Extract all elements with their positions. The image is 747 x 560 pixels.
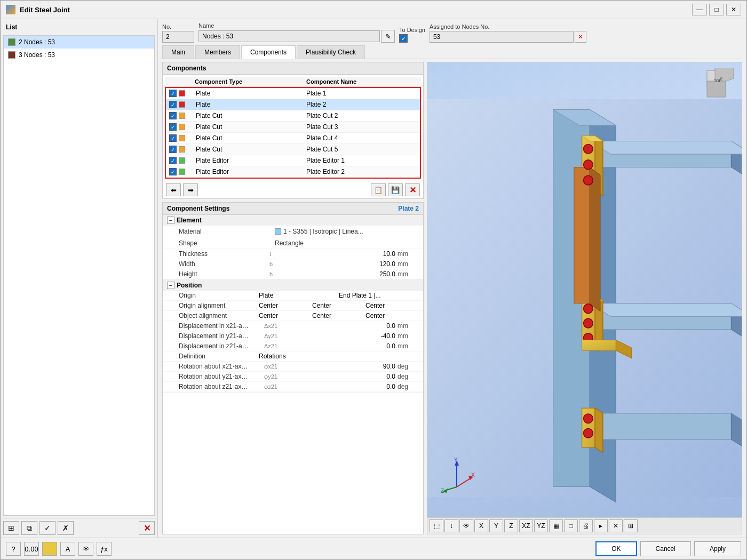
vp-arrow-button[interactable]: ▸ [594, 519, 608, 532]
zero-button[interactable]: 0.00 [24, 542, 39, 556]
vp-select-button[interactable]: ⬚ [430, 519, 443, 532]
component-row[interactable]: ✓ Plate Editor Plate Editor 1 [166, 155, 420, 166]
shape-value: Rectangle [275, 239, 419, 247]
component-row[interactable]: ✓ Plate Cut Plate Cut 2 [166, 110, 420, 122]
object-alignment-row: Object alignment Center Center Center [163, 311, 423, 321]
vp-z-button[interactable]: Z [504, 519, 518, 532]
width-unit: mm [398, 260, 419, 268]
list-item[interactable]: 2 Nodes : 53 [4, 36, 154, 49]
svg-line-40 [457, 478, 471, 487]
element-group-header[interactable]: − Element [163, 215, 423, 226]
component-row[interactable]: ✓ Plate Editor Plate Editor 2 [166, 166, 420, 178]
minimize-button[interactable]: — [692, 4, 707, 15]
vp-print-button[interactable]: 🖨 [579, 519, 593, 532]
check-list-button[interactable]: ✓ [39, 521, 55, 535]
component-type: Plate Cut [196, 134, 306, 142]
export-button[interactable]: 💾 [388, 183, 403, 196]
vp-plane-button[interactable]: ▦ [549, 519, 563, 532]
component-checkbox[interactable]: ✓ [169, 157, 177, 164]
cancel-button[interactable]: Cancel [640, 541, 691, 556]
position-group-header[interactable]: − Position [163, 280, 423, 291]
component-checkbox[interactable]: ✓ [169, 134, 177, 142]
component-row[interactable]: ✓ Plate Cut Plate Cut 5 [166, 144, 420, 155]
tab-members[interactable]: Members [195, 45, 240, 59]
vp-xz-button[interactable]: XZ [519, 519, 533, 532]
collapse-element-button[interactable]: − [167, 217, 174, 224]
close-button[interactable]: ✕ [726, 4, 741, 15]
apply-button[interactable]: Apply [694, 541, 741, 556]
origin-align-val3: Center [365, 302, 419, 309]
component-color [179, 124, 185, 130]
disp-x-row: Displacement in x21-a… Δx21 0.0 mm [163, 321, 423, 331]
disp-z-val: 0.0 [285, 342, 398, 350]
titlebar-controls: — □ ✕ [692, 4, 741, 15]
collapse-position-button[interactable]: − [167, 282, 174, 289]
help-button[interactable]: ? [6, 542, 21, 556]
eye-button[interactable]: 👁 [78, 542, 93, 556]
component-checkbox[interactable]: ✓ [169, 112, 177, 119]
view-cube-gizmo[interactable]: TOP R [704, 68, 736, 100]
vp-box-button[interactable]: □ [564, 519, 578, 532]
assigned-label: Assigned to Nodes No. [430, 23, 586, 30]
3d-viewport[interactable]: TOP R Y [427, 62, 742, 534]
vp-y-button[interactable]: Y [489, 519, 503, 532]
list-item[interactable]: 3 Nodes : 53 [4, 49, 154, 61]
vp-viewport-button[interactable]: ⊞ [624, 519, 638, 532]
shape-row: Shape Rectangle [163, 237, 423, 249]
ok-button[interactable]: OK [595, 541, 637, 556]
component-row[interactable]: ✓ Plate Plate 1 [166, 88, 420, 99]
component-checkbox[interactable]: ✓ [169, 123, 177, 131]
vp-move-button[interactable]: ↕ [444, 519, 458, 532]
thickness-label: Thickness [179, 250, 269, 258]
no-input[interactable] [162, 31, 194, 43]
width-row: Width b 120.0 mm [163, 259, 423, 269]
component-row[interactable]: ✓ Plate Cut Plate Cut 4 [166, 133, 420, 144]
vp-x-button[interactable]: X [474, 519, 488, 532]
name-input[interactable] [198, 30, 380, 42]
add-list-button[interactable]: ⊞ [3, 521, 19, 535]
content-area: Components Component Type Component Name [162, 62, 742, 534]
move-down-button[interactable]: ➡ [183, 183, 198, 196]
assigned-clear-button[interactable]: ✕ [575, 31, 586, 43]
tab-components[interactable]: Components [241, 45, 296, 59]
vp-yz-button[interactable]: YZ [534, 519, 548, 532]
app-icon [6, 5, 15, 14]
object-align-label: Object alignment [179, 312, 259, 319]
origin-align-label: Origin alignment [179, 302, 259, 309]
component-checkbox[interactable]: ✓ [169, 101, 177, 108]
disp-z-label: Displacement in z21-a… [179, 342, 264, 350]
to-design-checkbox[interactable]: ✓ [399, 34, 408, 43]
position-group-label: Position [177, 282, 202, 289]
component-checkbox[interactable]: ✓ [169, 168, 177, 175]
vp-norender-button[interactable]: ✕ [609, 519, 623, 532]
delete-component-button[interactable]: ✕ [405, 183, 420, 196]
components-list: ✓ Plate Plate 1 ✓ [165, 87, 421, 179]
import-button[interactable]: 📋 [371, 183, 386, 196]
assigned-input[interactable] [430, 31, 574, 43]
component-row[interactable]: ✓ Plate Cut Plate Cut 3 [166, 122, 420, 133]
uncheck-list-button[interactable]: ✗ [58, 521, 74, 535]
text-button[interactable]: A [60, 542, 75, 556]
height-value: 250.0 [285, 270, 398, 278]
component-name: Plate Cut 5 [306, 146, 417, 153]
svg-point-28 [584, 414, 593, 423]
copy-list-button[interactable]: ⧉ [21, 521, 37, 535]
name-edit-button[interactable]: ✎ [381, 30, 395, 43]
list-item-color [8, 51, 15, 59]
svg-marker-9 [590, 303, 742, 317]
rot-z-sym: φz21 [264, 383, 285, 390]
color-button[interactable] [42, 542, 57, 556]
tab-main[interactable]: Main [162, 45, 194, 59]
component-checkbox[interactable]: ✓ [169, 90, 177, 97]
tab-plausibility[interactable]: Plausibility Check [297, 45, 365, 59]
move-up-button[interactable]: ⬅ [166, 183, 181, 196]
svg-rect-34 [707, 81, 726, 97]
delete-list-button[interactable]: ✕ [139, 521, 155, 535]
maximize-button[interactable]: □ [709, 4, 724, 15]
function-button[interactable]: ƒx [97, 542, 112, 556]
element-group-label: Element [177, 217, 202, 224]
component-row[interactable]: ✓ Plate Plate 2 [166, 99, 420, 110]
thickness-unit: mm [398, 250, 419, 258]
vp-eye-button[interactable]: 👁 [459, 519, 473, 532]
component-checkbox[interactable]: ✓ [169, 146, 177, 153]
